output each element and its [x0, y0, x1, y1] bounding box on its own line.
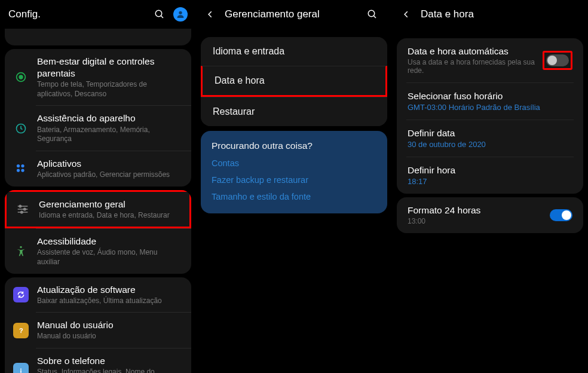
svg-point-8 [17, 169, 20, 172]
svg-point-11 [19, 205, 21, 207]
panel2-title: Gerenciamento geral [225, 8, 366, 20]
row-set-time[interactable]: Definir hora 18:17 [397, 157, 583, 194]
about-phone-icon [13, 363, 29, 373]
search-icon[interactable] [366, 9, 379, 20]
row-title: Sobre o telefone [37, 355, 182, 367]
settings-item-wellbeing[interactable]: Bem-estar digital e controles parentais … [5, 49, 191, 105]
accessibility-icon [13, 243, 29, 259]
apps-icon [13, 161, 29, 176]
row-sub: Assistente de voz, Áudio mono, Menu auxi… [37, 248, 182, 267]
settings-item-software-update[interactable]: Atualização de software Baixar atualizaç… [5, 277, 191, 313]
row-sub: GMT-03:00 Horário Padrão de Brasília [408, 103, 572, 112]
row-sub: 30 de outubro de 2020 [408, 140, 572, 149]
svg-point-9 [21, 169, 24, 172]
item-language-input[interactable]: Idioma e entrada [201, 37, 387, 66]
suggestion-link-font[interactable]: Tamanho e estilo da fonte [212, 192, 376, 201]
row-auto-date-time[interactable]: Data e hora automáticas Usa a data e a h… [397, 38, 583, 82]
settings-group-2: Gerenciamento geral Idioma e entrada, Da… [5, 190, 191, 274]
settings-panel: Config. Bem-estar digital e controles pa… [0, 0, 196, 373]
svg-point-13 [24, 208, 26, 210]
settings-item-accessibility[interactable]: Acessibilidade Assistente de voz, Áudio … [5, 229, 191, 273]
panel1-title: Config. [8, 8, 153, 20]
row-sub: Baixar atualizações, Última atualização [37, 296, 182, 306]
date-time-panel: Data e hora Data e hora automáticas Usa … [392, 0, 588, 373]
settings-group-1: Bem-estar digital e controles parentais … [5, 49, 191, 186]
row-sub: Usa a data e a hora fornecidas pela sua … [408, 58, 543, 75]
svg-line-21 [373, 16, 376, 18]
format-24h-toggle[interactable] [550, 209, 572, 221]
auto-date-time-toggle[interactable] [546, 54, 569, 66]
row-sub: 18:17 [408, 177, 572, 186]
manual-icon: ? [13, 323, 29, 338]
row-title: Acessibilidade [37, 236, 182, 247]
scroll-top-hint [5, 29, 191, 45]
row-title: Assistência do aparelho [37, 112, 182, 124]
row-title: Data e hora automáticas [408, 46, 543, 57]
svg-point-15 [21, 211, 23, 213]
svg-point-4 [19, 75, 23, 79]
row-sub: Status, Informações legais, Nome do tele… [37, 368, 182, 373]
profile-avatar-icon[interactable] [173, 7, 188, 22]
row-sub: Manual do usuário [37, 332, 182, 341]
row-set-date[interactable]: Definir data 30 de outubro de 2020 [397, 120, 583, 157]
panel3-title: Data e hora [421, 8, 580, 20]
svg-point-20 [368, 10, 375, 17]
device-care-icon [13, 121, 29, 136]
panel2-header: Gerenciamento geral [196, 0, 392, 29]
row-sub: 13:00 [408, 217, 550, 225]
software-update-icon [13, 287, 29, 302]
panel1-header: Config. [0, 0, 196, 29]
date-time-group-1: Data e hora automáticas Usa a data e a h… [397, 38, 583, 194]
settings-item-apps[interactable]: Aplicativos Aplicativos padrão, Gerencia… [5, 151, 191, 186]
row-title: Aplicativos [37, 158, 182, 170]
settings-item-about[interactable]: Sobre o telefone Status, Informações leg… [5, 348, 191, 373]
svg-point-0 [155, 10, 162, 17]
row-title: Bem-estar digital e controles parentais [37, 56, 182, 80]
svg-point-6 [17, 164, 20, 167]
row-title: Manual do usuário [37, 319, 182, 331]
row-title: Definir data [408, 128, 572, 139]
date-time-group-2: Formato 24 horas 13:00 [397, 197, 583, 233]
svg-rect-19 [20, 370, 22, 373]
row-sub: Bateria, Armazenamento, Memória, Seguran… [37, 126, 182, 144]
settings-item-device-care[interactable]: Assistência do aparelho Bateria, Armazen… [5, 106, 191, 150]
row-sub: Idioma e entrada, Data e hora, Restaurar [39, 211, 180, 221]
item-reset[interactable]: Restaurar [201, 97, 387, 126]
row-timezone[interactable]: Selecionar fuso horário GMT-03:00 Horári… [397, 83, 583, 120]
settings-group-3: Atualização de software Baixar atualizaç… [5, 277, 191, 373]
row-title: Selecionar fuso horário [408, 91, 572, 102]
search-icon[interactable] [153, 9, 166, 20]
wellbeing-icon [13, 69, 29, 85]
row-title: Atualização de software [37, 284, 182, 296]
settings-item-manual[interactable]: ? Manual do usuário Manual do usuário [5, 313, 191, 348]
panel3-header: Data e hora [392, 0, 588, 29]
auto-toggle-highlight [543, 51, 572, 70]
item-date-time[interactable]: Data e hora [201, 66, 387, 97]
row-title: Gerenciamento geral [39, 198, 180, 210]
suggestion-link-accounts[interactable]: Contas [212, 158, 376, 168]
general-management-panel: Gerenciamento geral Idioma e entrada Dat… [196, 0, 392, 373]
svg-point-2 [179, 11, 182, 14]
row-title: Formato 24 horas [408, 205, 550, 216]
suggestion-card: Procurando outra coisa? Contas Fazer bac… [201, 131, 387, 213]
general-management-list: Idioma e entrada Data e hora Restaurar [201, 37, 387, 126]
svg-point-18 [20, 369, 22, 370]
general-management-icon [15, 201, 30, 217]
back-icon[interactable] [400, 9, 412, 20]
svg-line-1 [161, 16, 163, 18]
svg-point-7 [21, 164, 24, 167]
svg-text:?: ? [19, 327, 23, 334]
row-sub: Aplicativos padrão, Gerenciar permissões [37, 170, 182, 180]
svg-point-16 [20, 246, 22, 248]
settings-item-general-management[interactable]: Gerenciamento geral Idioma e entrada, Da… [5, 190, 191, 229]
row-24h-format[interactable]: Formato 24 horas 13:00 [397, 197, 583, 233]
back-icon[interactable] [204, 9, 216, 20]
row-sub: Tempo de tela, Temporizadores de aplicat… [37, 80, 182, 99]
suggestion-title: Procurando outra coisa? [212, 140, 376, 151]
suggestion-link-backup[interactable]: Fazer backup e restaurar [212, 175, 376, 185]
row-title: Definir hora [408, 165, 572, 176]
